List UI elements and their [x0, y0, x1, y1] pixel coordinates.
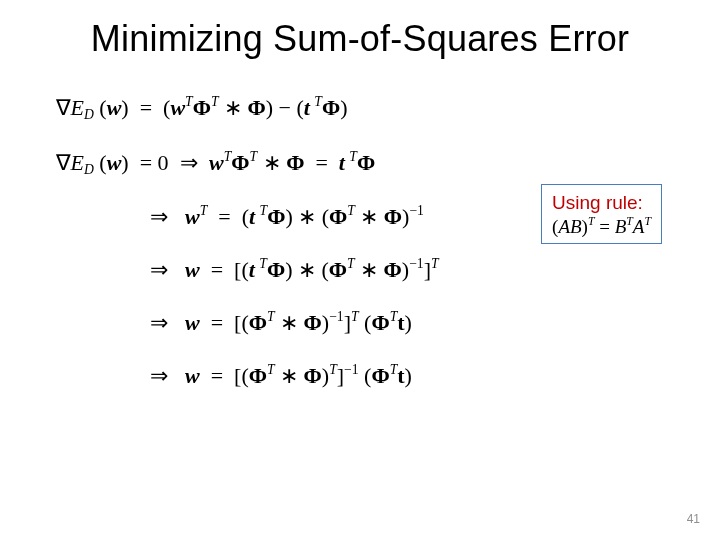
lpar: ( [242, 204, 249, 229]
sym-w: w [185, 257, 200, 282]
sym-Phi: Φ [267, 257, 285, 282]
sup-T: T [200, 203, 208, 218]
slide: Minimizing Sum-of-Squares Error ∇ED (w) … [0, 0, 720, 540]
equation-line-6: ⇒ w = [(ΦT ∗ Φ)T]−1 (ΦTt) [40, 362, 680, 389]
sup-T: T [347, 203, 355, 218]
sup-T: T [349, 149, 357, 164]
eq: = [211, 257, 223, 282]
sub-D: D [84, 161, 94, 176]
eq: = [315, 150, 327, 175]
star: ∗ [355, 257, 384, 282]
sup-T: T [260, 203, 268, 218]
page-number: 41 [687, 512, 700, 526]
sym-E: E [71, 95, 84, 120]
sym-Phi: Φ [193, 95, 211, 120]
sym-w: w [185, 310, 200, 335]
sym-Phi: Φ [249, 363, 267, 388]
sym-Phi: Φ [267, 204, 285, 229]
minus: − [279, 95, 297, 120]
equation-line-5: ⇒ w = [(ΦT ∗ Φ)−1]T (ΦTt) [40, 309, 680, 336]
rbr: ] [424, 257, 431, 282]
sym-Phi: Φ [231, 150, 249, 175]
lpar: ( [241, 363, 248, 388]
sym-Phi: Φ [384, 257, 402, 282]
equation-line-4: ⇒ w = [(t TΦ) ∗ (ΦT ∗ Φ)−1]T [40, 256, 680, 283]
nabla: ∇ [56, 95, 71, 120]
sup-T: T [431, 256, 439, 271]
star: ∗ [355, 204, 384, 229]
sym-t: t [304, 95, 310, 120]
sym-Phi: Φ [249, 310, 267, 335]
sub-D: D [84, 107, 94, 122]
eq: = [140, 150, 152, 175]
lpar: ( [241, 310, 248, 335]
lpar: ( [322, 204, 329, 229]
sym-Phi: Φ [329, 204, 347, 229]
sym-Phi: Φ [371, 363, 389, 388]
sup-T: T [185, 94, 193, 109]
sym-B: B [615, 216, 627, 237]
sup-T: T [259, 256, 267, 271]
sym-w: w [107, 95, 122, 120]
sup-neg1: −1 [409, 256, 424, 271]
sym-Phi: Φ [357, 150, 375, 175]
sup-T: T [314, 94, 322, 109]
lpar: ( [99, 95, 106, 120]
sym-A: A [633, 216, 645, 237]
sym-w: w [185, 363, 200, 388]
sym-Phi: Φ [286, 150, 304, 175]
rpar: ) [405, 363, 412, 388]
sym-w: w [209, 150, 224, 175]
sym-w: w [107, 150, 122, 175]
rpar: ) [121, 95, 128, 120]
implies: ⇒ [150, 204, 174, 229]
lpar: ( [321, 257, 328, 282]
slide-title: Minimizing Sum-of-Squares Error [40, 18, 680, 60]
sup-T: T [347, 256, 355, 271]
sym-t: t [249, 257, 255, 282]
sym-t: t [397, 363, 404, 388]
rbr: ] [344, 310, 351, 335]
implies: ⇒ [180, 150, 204, 175]
rpar: ) [266, 95, 273, 120]
sup-T: T [351, 309, 359, 324]
star: ∗ [275, 363, 304, 388]
rbr: ] [337, 363, 344, 388]
nabla: ∇ [56, 150, 71, 175]
implies: ⇒ [150, 363, 174, 388]
rule-box: Using rule: (AB)T = BTAT [541, 184, 662, 244]
sym-Phi: Φ [247, 95, 265, 120]
sym-w: w [185, 204, 200, 229]
rpar: ) [121, 150, 128, 175]
rule-equation: (AB)T = BTAT [552, 215, 651, 239]
sym-w: w [170, 95, 185, 120]
implies: ⇒ [150, 257, 174, 282]
sym-t: t [339, 150, 345, 175]
sym-Phi: Φ [329, 257, 347, 282]
sym-t: t [397, 310, 404, 335]
rpar: ) [405, 310, 412, 335]
sup-T: T [267, 362, 275, 377]
sym-Phi: Φ [384, 204, 402, 229]
equation-line-2: ∇ED (w) = 0 ⇒ wTΦT ∗ Φ = t TΦ [40, 149, 680, 178]
sup-T: T [644, 215, 651, 228]
star: ∗ [218, 95, 247, 120]
rpar: ) [285, 204, 292, 229]
sup-neg1: −1 [344, 362, 359, 377]
sym-B: B [570, 216, 582, 237]
sup-T: T [329, 362, 337, 377]
star: ∗ [275, 310, 304, 335]
sym-Phi: Φ [322, 95, 340, 120]
math-content: ∇ED (w) = (wTΦT ∗ Φ) − (t TΦ) ∇ED (w) = … [40, 94, 680, 389]
lpar: ( [99, 150, 106, 175]
star: ∗ [257, 150, 286, 175]
sup-T: T [267, 309, 275, 324]
sym-Phi: Φ [304, 310, 322, 335]
rule-label: Using rule: [552, 191, 651, 215]
eq: = [211, 363, 223, 388]
sup-neg1: −1 [329, 309, 344, 324]
star: ∗ [298, 257, 322, 282]
eq: = [140, 95, 152, 120]
eq: = [211, 310, 223, 335]
sym-Phi: Φ [304, 363, 322, 388]
